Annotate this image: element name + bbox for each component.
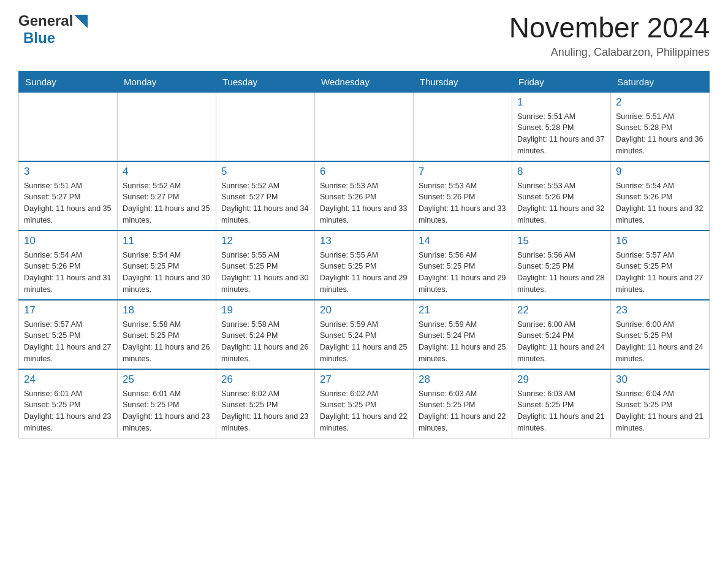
calendar-week-row: 1Sunrise: 5:51 AMSunset: 5:28 PMDaylight… [19,92,710,161]
day-info: Sunrise: 5:56 AMSunset: 5:25 PMDaylight:… [517,250,605,296]
day-info: Sunrise: 5:54 AMSunset: 5:25 PMDaylight:… [123,250,211,296]
day-number: 6 [320,166,408,178]
table-row: 22Sunrise: 6:00 AMSunset: 5:24 PMDayligh… [512,300,611,369]
day-number: 22 [517,304,605,316]
calendar-week-row: 3Sunrise: 5:51 AMSunset: 5:27 PMDaylight… [19,161,710,231]
day-number: 16 [616,235,704,247]
logo-general-text: General [18,12,73,29]
calendar-week-row: 24Sunrise: 6:01 AMSunset: 5:25 PMDayligh… [19,369,710,439]
day-info: Sunrise: 5:54 AMSunset: 5:26 PMDaylight:… [616,180,704,226]
table-row: 14Sunrise: 5:56 AMSunset: 5:25 PMDayligh… [414,231,512,300]
day-info: Sunrise: 5:51 AMSunset: 5:28 PMDaylight:… [616,111,704,157]
day-info: Sunrise: 5:58 AMSunset: 5:24 PMDaylight:… [221,319,309,365]
day-number: 30 [616,373,704,386]
day-info: Sunrise: 5:52 AMSunset: 5:27 PMDaylight:… [123,180,211,226]
logo-blue-text: Blue [23,29,55,47]
table-row: 5Sunrise: 5:52 AMSunset: 5:27 PMDaylight… [216,161,315,231]
day-info: Sunrise: 6:04 AMSunset: 5:25 PMDaylight:… [616,388,704,434]
day-number: 1 [517,96,605,109]
table-row: 18Sunrise: 5:58 AMSunset: 5:25 PMDayligh… [118,300,216,369]
day-info: Sunrise: 6:03 AMSunset: 5:25 PMDaylight:… [517,388,605,434]
day-info: Sunrise: 6:02 AMSunset: 5:25 PMDaylight:… [320,388,408,434]
table-row: 24Sunrise: 6:01 AMSunset: 5:25 PMDayligh… [19,369,118,439]
day-number: 9 [616,166,704,178]
col-tuesday: Tuesday [216,71,315,92]
day-number: 5 [221,166,309,178]
table-row [216,92,315,161]
table-row: 17Sunrise: 5:57 AMSunset: 5:25 PMDayligh… [19,300,118,369]
svg-marker-0 [74,15,88,28]
table-row: 10Sunrise: 5:54 AMSunset: 5:26 PMDayligh… [19,231,118,300]
table-row: 6Sunrise: 5:53 AMSunset: 5:26 PMDaylight… [315,161,414,231]
day-number: 11 [123,235,211,247]
day-number: 15 [517,235,605,247]
table-row: 25Sunrise: 6:01 AMSunset: 5:25 PMDayligh… [118,369,216,439]
day-number: 23 [616,304,704,316]
day-number: 8 [517,166,605,178]
day-info: Sunrise: 5:59 AMSunset: 5:24 PMDaylight:… [419,319,507,365]
day-info: Sunrise: 5:55 AMSunset: 5:25 PMDaylight:… [320,250,408,296]
table-row [315,92,414,161]
day-number: 25 [123,373,211,386]
table-row: 30Sunrise: 6:04 AMSunset: 5:25 PMDayligh… [611,369,710,439]
day-info: Sunrise: 5:53 AMSunset: 5:26 PMDaylight:… [320,180,408,226]
day-number: 18 [123,304,211,316]
table-row: 26Sunrise: 6:02 AMSunset: 5:25 PMDayligh… [216,369,315,439]
table-row [118,92,216,161]
day-info: Sunrise: 5:55 AMSunset: 5:25 PMDaylight:… [221,250,309,296]
location-subtitle: Anuling, Calabarzon, Philippines [509,46,710,59]
table-row: 3Sunrise: 5:51 AMSunset: 5:27 PMDaylight… [19,161,118,231]
table-row: 13Sunrise: 5:55 AMSunset: 5:25 PMDayligh… [315,231,414,300]
day-number: 24 [24,373,112,386]
table-row: 21Sunrise: 5:59 AMSunset: 5:24 PMDayligh… [414,300,512,369]
day-info: Sunrise: 6:00 AMSunset: 5:24 PMDaylight:… [517,319,605,365]
month-title: November 2024 [509,12,710,44]
day-info: Sunrise: 5:54 AMSunset: 5:26 PMDaylight:… [24,250,112,296]
day-info: Sunrise: 5:53 AMSunset: 5:26 PMDaylight:… [517,180,605,226]
day-info: Sunrise: 6:01 AMSunset: 5:25 PMDaylight:… [24,388,112,434]
day-number: 7 [419,166,507,178]
calendar-week-row: 10Sunrise: 5:54 AMSunset: 5:26 PMDayligh… [19,231,710,300]
day-info: Sunrise: 6:02 AMSunset: 5:25 PMDaylight:… [221,388,309,434]
day-info: Sunrise: 5:51 AMSunset: 5:27 PMDaylight:… [24,180,112,226]
day-info: Sunrise: 5:51 AMSunset: 5:28 PMDaylight:… [517,111,605,157]
table-row: 15Sunrise: 5:56 AMSunset: 5:25 PMDayligh… [512,231,611,300]
day-number: 2 [616,96,704,109]
logo-triangle-icon [74,15,88,28]
table-row: 28Sunrise: 6:03 AMSunset: 5:25 PMDayligh… [414,369,512,439]
day-number: 20 [320,304,408,316]
table-row: 2Sunrise: 5:51 AMSunset: 5:28 PMDaylight… [611,92,710,161]
day-info: Sunrise: 5:57 AMSunset: 5:25 PMDaylight:… [24,319,112,365]
day-number: 14 [419,235,507,247]
day-info: Sunrise: 5:53 AMSunset: 5:26 PMDaylight:… [419,180,507,226]
calendar-table: Sunday Monday Tuesday Wednesday Thursday… [18,71,710,439]
col-friday: Friday [512,71,611,92]
calendar-week-row: 17Sunrise: 5:57 AMSunset: 5:25 PMDayligh… [19,300,710,369]
table-row: 16Sunrise: 5:57 AMSunset: 5:25 PMDayligh… [611,231,710,300]
day-info: Sunrise: 6:00 AMSunset: 5:25 PMDaylight:… [616,319,704,365]
table-row: 19Sunrise: 5:58 AMSunset: 5:24 PMDayligh… [216,300,315,369]
calendar-header-row: Sunday Monday Tuesday Wednesday Thursday… [19,71,710,92]
day-info: Sunrise: 5:57 AMSunset: 5:25 PMDaylight:… [616,250,704,296]
col-wednesday: Wednesday [315,71,414,92]
table-row: 8Sunrise: 5:53 AMSunset: 5:26 PMDaylight… [512,161,611,231]
day-info: Sunrise: 6:01 AMSunset: 5:25 PMDaylight:… [123,388,211,434]
table-row: 27Sunrise: 6:02 AMSunset: 5:25 PMDayligh… [315,369,414,439]
table-row: 20Sunrise: 5:59 AMSunset: 5:24 PMDayligh… [315,300,414,369]
logo: General Blue [18,12,88,47]
day-info: Sunrise: 5:59 AMSunset: 5:24 PMDaylight:… [320,319,408,365]
table-row: 4Sunrise: 5:52 AMSunset: 5:27 PMDaylight… [118,161,216,231]
table-row [19,92,118,161]
day-number: 28 [419,373,507,386]
day-number: 10 [24,235,112,247]
day-number: 29 [517,373,605,386]
col-thursday: Thursday [414,71,512,92]
table-row: 11Sunrise: 5:54 AMSunset: 5:25 PMDayligh… [118,231,216,300]
table-row: 29Sunrise: 6:03 AMSunset: 5:25 PMDayligh… [512,369,611,439]
day-info: Sunrise: 5:58 AMSunset: 5:25 PMDaylight:… [123,319,211,365]
day-info: Sunrise: 5:52 AMSunset: 5:27 PMDaylight:… [221,180,309,226]
col-monday: Monday [118,71,216,92]
day-info: Sunrise: 5:56 AMSunset: 5:25 PMDaylight:… [419,250,507,296]
title-area: November 2024 Anuling, Calabarzon, Phili… [509,12,710,59]
day-number: 17 [24,304,112,316]
